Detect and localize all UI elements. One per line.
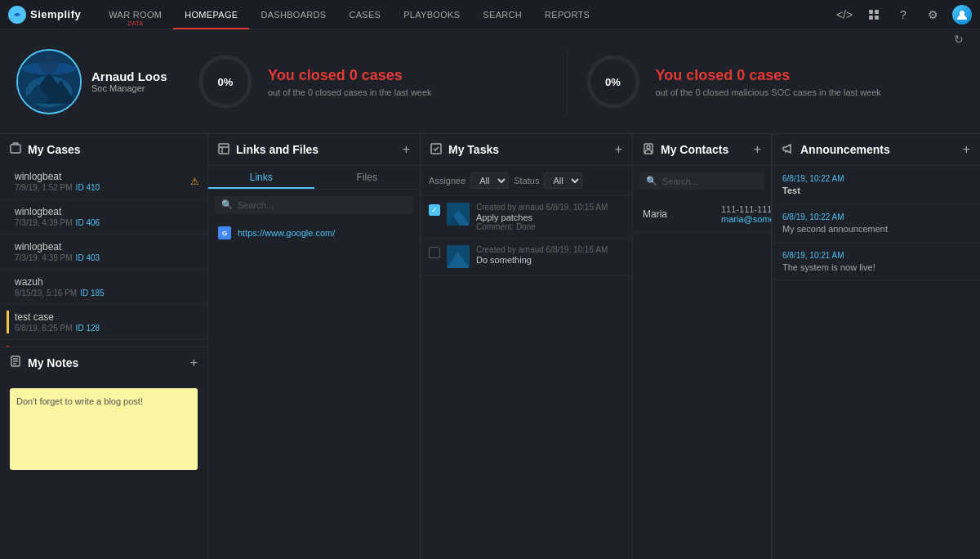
gauge-1: 0% bbox=[196, 52, 255, 111]
case-item[interactable]: winlogbeat 7/9/19, 1:52 PM ID 410 ⚠ bbox=[0, 164, 207, 199]
task-item-2: Created by arnaud 6/8/19, 10:16 AM Do so… bbox=[421, 239, 632, 275]
my-cases-header: My Cases bbox=[0, 134, 207, 164]
user-avatar-nav[interactable] bbox=[952, 5, 972, 25]
task-avatar-1 bbox=[447, 203, 470, 226]
tab-links[interactable]: Links bbox=[208, 166, 314, 189]
case-item[interactable]: winlogbeat 7/3/19, 4:39 PM ID 403 bbox=[0, 235, 207, 270]
add-task-button[interactable]: + bbox=[615, 142, 622, 157]
announcement-item-2: 6/8/19, 10:22 AM My second announcement bbox=[773, 204, 980, 243]
task-checkbox-2[interactable] bbox=[429, 247, 440, 258]
case-meta: 7/3/19, 4:39 PM ID 403 bbox=[15, 253, 198, 262]
middle-columns: Links and Files + Links Files 🔍 G https:… bbox=[208, 134, 772, 559]
links-search-input[interactable] bbox=[238, 200, 407, 210]
case-priority-bar bbox=[7, 170, 9, 193]
stat-text-2: You closed 0 cases out of the 0 closed m… bbox=[656, 65, 938, 97]
links-tabs: Links Files bbox=[208, 166, 420, 190]
stat-highlight-1: 0 bbox=[350, 67, 358, 83]
contact-item-1[interactable]: Maria 111-111-1111 maria@somewhere.else bbox=[633, 196, 771, 233]
task-title-1: Apply patches bbox=[476, 212, 624, 222]
status-select[interactable]: All bbox=[544, 172, 582, 189]
svg-rect-1 bbox=[869, 10, 873, 14]
task-content-1: Created by arnaud 6/8/19, 10:15 AM Apply… bbox=[476, 203, 624, 231]
my-cases-title: My Cases bbox=[28, 143, 198, 156]
nav-war-room[interactable]: WAR ROOM DATA bbox=[97, 0, 173, 29]
logo-icon bbox=[8, 6, 26, 24]
case-meta: 7/9/19, 1:52 PM ID 410 bbox=[15, 183, 198, 192]
case-meta: 7/3/19, 4:39 PM ID 406 bbox=[15, 218, 198, 227]
link-url[interactable]: https://www.google.com/ bbox=[238, 228, 335, 238]
ann-title-1: Test bbox=[782, 186, 970, 195]
stat-text-1: You closed 0 cases out of the 0 closed c… bbox=[268, 65, 550, 97]
tab-files[interactable]: Files bbox=[314, 166, 421, 189]
add-link-button[interactable]: + bbox=[403, 142, 410, 157]
logo[interactable]: Siemplify bbox=[8, 6, 81, 24]
note-card[interactable]: Don't forget to write a blog post! bbox=[10, 388, 198, 470]
case-item[interactable]: wazuh 6/15/19, 5:16 PM ID 185 bbox=[0, 270, 207, 305]
contact-details-1: 111-111-1111 maria@somewhere.else bbox=[721, 204, 772, 224]
add-note-button[interactable]: + bbox=[190, 356, 198, 370]
case-item[interactable]: winlogbeat 7/3/19, 4:39 PM ID 406 bbox=[0, 199, 207, 235]
nav-search[interactable]: SEARCH bbox=[471, 0, 533, 29]
contact-email-1: maria@somewhere.else bbox=[721, 214, 772, 224]
stat-divider bbox=[567, 49, 568, 114]
my-notes-section: My Notes + Don't forget to write a blog … bbox=[0, 347, 207, 560]
links-search-icon: 🔍 bbox=[221, 199, 233, 210]
contacts-search-input[interactable] bbox=[662, 177, 772, 186]
case-warning-icon: ⚠ bbox=[190, 176, 199, 187]
add-announcement-button[interactable]: + bbox=[963, 142, 970, 157]
links-icon bbox=[218, 143, 229, 157]
announcement-item-3: 6/8/19, 10:21 AM The system is now live! bbox=[773, 243, 980, 281]
task-checkbox-1[interactable]: ✓ bbox=[429, 204, 440, 216]
my-notes-title: My Notes bbox=[28, 356, 184, 369]
header-strip: Arnaud Loos Soc Manager 0% You closed 0 … bbox=[0, 29, 980, 134]
add-contact-button[interactable]: + bbox=[754, 142, 761, 157]
case-date: 7/3/19, 4:39 PM bbox=[15, 218, 73, 227]
contact-phone-1: 111-111-1111 bbox=[721, 204, 772, 214]
case-meta: 6/15/19, 5:16 PM ID 185 bbox=[15, 288, 198, 297]
case-item[interactable]: wazuh 6/8/19, 5:09 PM ID 124 ⚠ bbox=[0, 340, 207, 347]
svg-rect-22 bbox=[219, 144, 229, 154]
my-cases-section: My Cases winlogbeat 7/9/19, 1:52 PM ID 4… bbox=[0, 134, 207, 347]
case-id: ID 406 bbox=[76, 218, 100, 227]
case-date: 6/15/19, 5:16 PM bbox=[15, 288, 77, 297]
logo-text: Siemplify bbox=[30, 8, 81, 20]
case-meta: 6/8/19, 6:25 PM ID 128 bbox=[15, 324, 198, 333]
link-item[interactable]: G https://www.google.com/ bbox=[208, 220, 420, 246]
svg-rect-2 bbox=[875, 10, 879, 14]
case-id: ID 128 bbox=[76, 324, 100, 333]
grid-icon[interactable] bbox=[864, 5, 884, 25]
ann-body-3: The system is now live! bbox=[782, 262, 970, 272]
stat-sub-1: out of the 0 closed cases in the last we… bbox=[268, 87, 550, 97]
contacts-search-box: 🔍 bbox=[639, 172, 764, 190]
notes-icon bbox=[10, 356, 21, 369]
refresh-icon[interactable]: ↻ bbox=[954, 33, 964, 46]
task-content-2: Created by arnaud 6/8/19, 10:16 AM Do so… bbox=[476, 245, 624, 265]
nav-dashboards[interactable]: DASHBOARDS bbox=[249, 0, 337, 29]
stat-block-2: 0% You closed 0 cases out of the 0 close… bbox=[584, 52, 938, 111]
svg-rect-3 bbox=[869, 16, 873, 20]
links-files-panel: Links and Files + Links Files 🔍 G https:… bbox=[208, 134, 421, 559]
gauge-1-text: 0% bbox=[218, 75, 234, 87]
case-name: test case bbox=[15, 311, 198, 323]
cases-icon bbox=[10, 142, 21, 156]
my-contacts-header: My Contacts + bbox=[633, 134, 771, 166]
svg-rect-4 bbox=[875, 16, 879, 20]
nav-playbooks[interactable]: PLAYBOOKS bbox=[392, 0, 471, 29]
assignee-select[interactable]: All bbox=[470, 172, 509, 189]
nav-reports[interactable]: REPORTS bbox=[533, 0, 601, 29]
case-priority-bar bbox=[7, 346, 9, 347]
user-avatar bbox=[16, 49, 82, 114]
nav-right: </> ? ⚙ bbox=[835, 5, 972, 25]
case-item[interactable]: test case 6/8/19, 6:25 PM ID 128 bbox=[0, 305, 207, 340]
nav-items: WAR ROOM DATA HOMEPAGE DASHBOARDS CASES … bbox=[97, 0, 835, 29]
help-icon[interactable]: ? bbox=[893, 5, 913, 25]
ann-body-2: My second announcement bbox=[782, 224, 970, 234]
my-contacts-panel: My Contacts + 🔍 Maria 111-111-1111 maria… bbox=[633, 134, 772, 559]
nav-homepage[interactable]: HOMEPAGE bbox=[173, 0, 249, 29]
nav-cases[interactable]: CASES bbox=[337, 0, 392, 29]
svg-point-32 bbox=[647, 145, 650, 149]
case-name: winlogbeat bbox=[15, 171, 198, 182]
svg-rect-17 bbox=[11, 145, 20, 153]
code-icon[interactable]: </> bbox=[835, 5, 854, 25]
gear-icon[interactable]: ⚙ bbox=[923, 5, 942, 25]
